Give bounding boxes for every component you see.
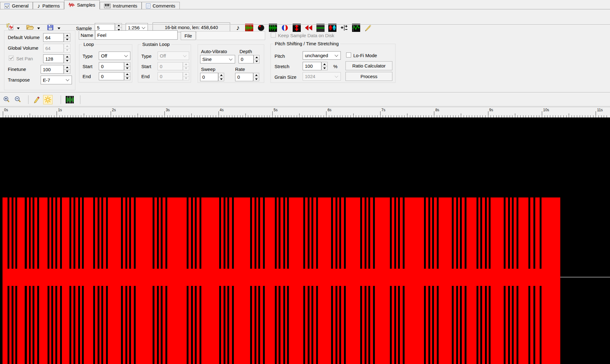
zoom-out-button[interactable] xyxy=(13,95,23,104)
spin-down-button[interactable] xyxy=(124,67,130,71)
ruler-tick xyxy=(574,115,574,117)
vibrato-type-select[interactable]: Sine xyxy=(200,55,235,63)
ruler-tick xyxy=(429,115,429,117)
ruler-tick xyxy=(488,111,488,117)
vibrato-rate-field[interactable]: 0 xyxy=(235,73,253,81)
spin-down-button[interactable] xyxy=(253,77,259,81)
ruler-tick xyxy=(434,111,434,117)
stretch-field[interactable]: 100 xyxy=(303,62,321,70)
pan-value-field[interactable]: 128 xyxy=(43,54,64,63)
wave-grid-button[interactable] xyxy=(65,95,74,104)
ruler-tick xyxy=(119,115,119,117)
ruler-tick xyxy=(391,115,391,117)
toolbar-separator xyxy=(28,95,28,104)
ruler-tick xyxy=(59,115,60,117)
loop-start-field[interactable]: 0 xyxy=(99,62,124,70)
spin-up-button[interactable] xyxy=(321,62,328,66)
spin-down-button[interactable] xyxy=(218,77,224,81)
ruler-tick xyxy=(477,115,477,117)
ruler-tick xyxy=(502,115,502,117)
spin-up-button[interactable] xyxy=(124,62,130,67)
ruler-tick xyxy=(439,115,440,117)
zoom-in-button[interactable] xyxy=(2,95,11,104)
tab-samples[interactable]: Samples xyxy=(64,0,99,9)
tab-general-icon xyxy=(4,3,10,8)
ruler-tick xyxy=(547,115,547,117)
ruler-tick xyxy=(227,115,227,117)
ruler-tick xyxy=(558,115,558,117)
ruler-tick xyxy=(49,115,49,117)
ruler-tick xyxy=(297,115,297,117)
sustain-type-value: Off xyxy=(160,53,166,58)
ruler-tick xyxy=(243,115,243,117)
ruler-tick xyxy=(89,115,89,117)
loop-end-field[interactable]: 0 xyxy=(99,72,124,80)
spin-up-button[interactable] xyxy=(115,23,122,28)
sustain-start-label: Start xyxy=(141,64,151,69)
ratio-calculator-button[interactable]: Ratio Calculator xyxy=(345,61,392,70)
ruler-tick xyxy=(294,115,294,117)
ruler-tick xyxy=(307,115,308,117)
finetune-field[interactable]: 100 xyxy=(41,65,64,74)
sustain-end-field: 0 xyxy=(158,72,183,80)
waveform-view[interactable] xyxy=(0,117,610,364)
sunburst-generate-button[interactable] xyxy=(43,95,53,104)
set-pan-label: Set Pan xyxy=(16,56,33,61)
default-volume-label: Default Volume xyxy=(8,35,40,40)
spin-up-button[interactable] xyxy=(218,73,224,77)
spin-up-button[interactable] xyxy=(64,33,70,38)
vibrato-sweep-field[interactable]: 0 xyxy=(200,73,218,81)
tab-instruments-icon xyxy=(104,4,111,8)
ruler-tick xyxy=(264,115,265,117)
zoom-ratio-value: 1:256 xyxy=(128,25,140,30)
ruler-tick xyxy=(512,115,512,117)
ruler-tick xyxy=(445,115,445,117)
pitch-label: Pitch xyxy=(275,53,285,59)
tab-instruments[interactable]: Instruments xyxy=(100,2,142,9)
ruler-tick xyxy=(121,115,122,117)
tab-general[interactable]: General xyxy=(0,2,33,9)
ruler-tick xyxy=(38,115,38,117)
spin-up-button[interactable] xyxy=(124,72,130,77)
vibrato-depth-field[interactable]: 0 xyxy=(239,55,254,63)
ruler-tick xyxy=(116,115,116,117)
ruler-tick xyxy=(254,115,254,117)
timeline-ruler[interactable]: 0s1s2s3s4s5s6s7s8s9s10s11s xyxy=(0,107,610,117)
ruler-tick xyxy=(184,115,184,117)
tab-patterns[interactable]: ♪Patterns xyxy=(33,2,64,9)
ruler-tick xyxy=(146,115,146,117)
sample-name-input[interactable] xyxy=(95,30,178,40)
spin-up-button[interactable] xyxy=(254,55,260,59)
set-pan-checkbox xyxy=(9,56,14,61)
spin-down-button[interactable] xyxy=(64,38,70,42)
process-button[interactable]: Process xyxy=(345,72,392,81)
ruler-tick xyxy=(380,111,381,117)
spin-down-button[interactable] xyxy=(124,77,130,81)
transpose-select[interactable]: E-7 xyxy=(41,76,72,84)
default-volume-field[interactable]: 64 xyxy=(43,33,64,42)
down-arrow-icon xyxy=(185,67,187,69)
pitch-select[interactable]: unchanged xyxy=(303,51,341,60)
spin-down-button[interactable] xyxy=(64,59,70,63)
ruler-tick xyxy=(545,115,545,117)
ruler-tick xyxy=(340,115,340,117)
ruler-tick xyxy=(140,115,141,117)
tab-comments[interactable]: Comments xyxy=(142,2,180,9)
ruler-tick xyxy=(170,115,170,117)
spin-up-button[interactable] xyxy=(253,73,259,77)
spin-down-button[interactable] xyxy=(64,70,70,74)
spin-down-button[interactable] xyxy=(254,59,260,63)
lofi-mode-checkbox[interactable] xyxy=(346,52,351,57)
name-button[interactable]: Name xyxy=(79,30,95,40)
file-button[interactable]: File xyxy=(181,31,196,40)
ruler-tick xyxy=(81,115,81,117)
loop-type-select[interactable]: Off xyxy=(99,52,130,60)
ruler-tick xyxy=(181,115,181,117)
spin-down-button[interactable] xyxy=(321,66,328,70)
pencil-draw-button[interactable] xyxy=(32,95,41,104)
ruler-tick xyxy=(450,115,451,117)
ruler-tick xyxy=(534,115,534,117)
spin-up-button[interactable] xyxy=(64,65,70,70)
tab-label: Comments xyxy=(153,3,175,8)
spin-up-button[interactable] xyxy=(64,54,70,59)
